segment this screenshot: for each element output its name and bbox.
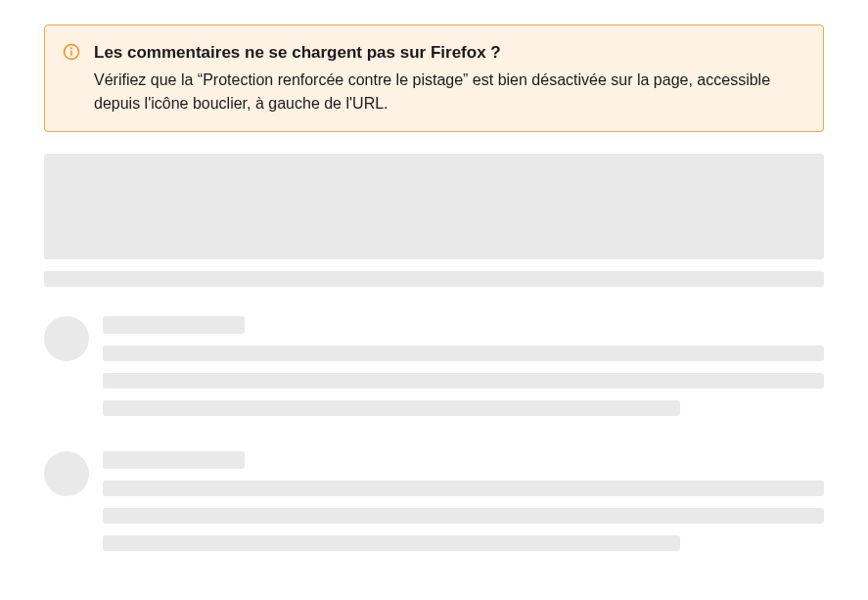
info-icon (63, 43, 80, 61)
skeleton-author-line (103, 316, 245, 334)
comments-loading-skeleton (44, 154, 824, 551)
skeleton-text-line (103, 373, 824, 389)
skeleton-text-line (103, 481, 824, 496)
skeleton-toolbar-placeholder (44, 271, 824, 287)
skeleton-comment-body (103, 451, 824, 551)
svg-point-2 (71, 48, 72, 49)
skeleton-text-line (103, 535, 680, 551)
skeleton-comment (44, 451, 824, 551)
skeleton-comment-body (103, 316, 824, 416)
skeleton-avatar (44, 451, 89, 496)
skeleton-author-line (103, 451, 245, 469)
firefox-warning-alert: Les commentaires ne se chargent pas sur … (44, 24, 824, 132)
alert-content: Les commentaires ne se chargent pas sur … (94, 41, 805, 115)
alert-title: Les commentaires ne se chargent pas sur … (94, 41, 805, 65)
alert-body: Vérifiez que la “Protection renforcée co… (94, 69, 805, 115)
skeleton-text-line (103, 508, 824, 524)
skeleton-text-line (103, 346, 824, 361)
skeleton-avatar (44, 316, 89, 361)
skeleton-editor-placeholder (44, 154, 824, 259)
skeleton-text-line (103, 400, 680, 416)
skeleton-comment (44, 316, 824, 416)
